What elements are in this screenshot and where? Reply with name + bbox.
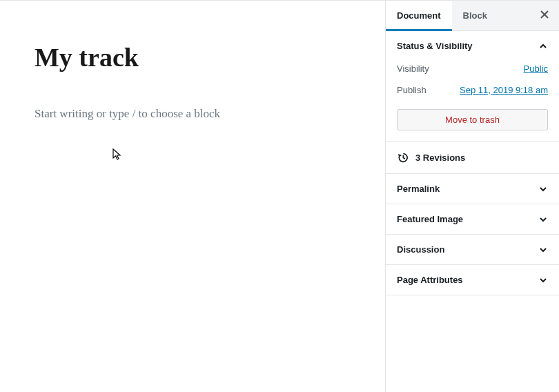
tab-document[interactable]: Document <box>386 1 452 31</box>
history-icon <box>397 152 409 164</box>
panel-discussion: Discussion <box>386 235 559 265</box>
visibility-row: Visibility Public <box>397 63 548 74</box>
visibility-label: Visibility <box>397 63 429 74</box>
close-sidebar-button[interactable] <box>537 8 552 23</box>
cursor-icon <box>112 148 122 163</box>
panel-title: Featured Image <box>397 214 463 224</box>
panel-header-discussion[interactable]: Discussion <box>386 235 559 264</box>
revisions-button[interactable]: 3 Revisions <box>386 142 559 174</box>
publish-label: Publish <box>397 85 426 95</box>
panel-page-attributes: Page Attributes <box>386 265 559 295</box>
move-to-trash-button[interactable]: Move to trash <box>397 109 548 130</box>
panel-title: Discussion <box>397 244 444 255</box>
visibility-value-link[interactable]: Public <box>524 63 548 74</box>
chevron-down-icon <box>538 275 548 285</box>
revisions-text: 3 Revisions <box>415 153 465 163</box>
tab-block[interactable]: Block <box>452 1 498 31</box>
panel-body-status-visibility: Visibility Public Publish Sep 11, 2019 9… <box>386 61 559 141</box>
close-icon <box>540 10 549 22</box>
chevron-up-icon <box>538 41 548 51</box>
sidebar-tabs: Document Block <box>386 1 559 31</box>
post-title[interactable]: My track <box>35 42 351 74</box>
settings-sidebar: Document Block Status & Visibility Visib… <box>385 0 559 392</box>
publish-value-link[interactable]: Sep 11, 2019 9:18 am <box>460 85 548 95</box>
panel-status-visibility: Status & Visibility Visibility Public Pu… <box>386 31 559 142</box>
chevron-down-icon <box>538 245 548 255</box>
publish-row: Publish Sep 11, 2019 9:18 am <box>397 85 548 95</box>
panel-title: Status & Visibility <box>397 41 473 51</box>
panel-featured-image: Featured Image <box>386 204 559 235</box>
panel-title: Page Attributes <box>397 275 463 285</box>
panel-header-page-attributes[interactable]: Page Attributes <box>386 265 559 295</box>
chevron-down-icon <box>538 184 548 194</box>
chevron-down-icon <box>538 215 548 224</box>
editor-canvas[interactable]: My track Start writing or type / to choo… <box>0 0 385 392</box>
panel-permalink: Permalink <box>386 174 559 204</box>
panel-header-status-visibility[interactable]: Status & Visibility <box>386 31 559 61</box>
panel-title: Permalink <box>397 184 440 194</box>
panel-header-featured-image[interactable]: Featured Image <box>386 204 559 234</box>
panel-header-permalink[interactable]: Permalink <box>386 174 559 204</box>
block-placeholder[interactable]: Start writing or type / to choose a bloc… <box>35 107 351 121</box>
